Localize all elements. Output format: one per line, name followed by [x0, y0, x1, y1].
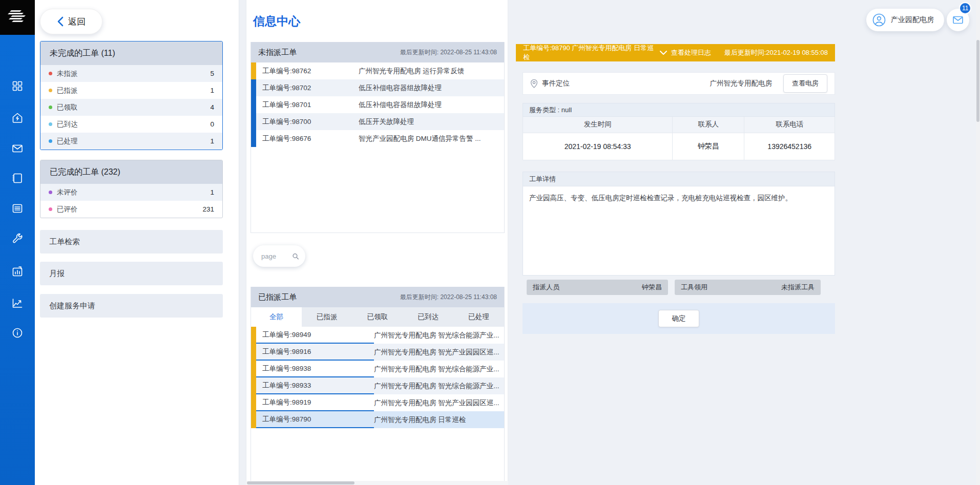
- work-order-sidebar: 返回 未完成的工单 (11) 未指派 5 已指派 1 已领取 4 已到达: [35, 0, 239, 485]
- stat-count: 1: [210, 137, 214, 145]
- user-account-chip[interactable]: 产业园配电房: [866, 9, 944, 31]
- order-description: 广州智光专用配电房 运行异常反馈: [359, 62, 504, 79]
- vertical-scrollbar-thumb[interactable]: [976, 40, 979, 122]
- dashboard-icon[interactable]: [11, 80, 24, 92]
- stat-count: 1: [210, 188, 214, 196]
- unread-count-badge: 11: [959, 2, 971, 14]
- order-detail-header[interactable]: 工单编号:98790 广州智光专用配电房 日常巡检 查看处理日志 最后更新时间:…: [516, 44, 835, 61]
- search-icon[interactable]: [292, 252, 299, 261]
- col-contact-person: 联系人: [673, 117, 744, 133]
- confirm-button[interactable]: 确定: [658, 310, 699, 327]
- order-description: 广州智光专用配电房 智光综合能源产业...: [374, 327, 504, 344]
- chevron-down-icon: [660, 51, 667, 55]
- assigned-status-tabs: 全部 已指派 已领取 已到达 已处理: [251, 307, 504, 327]
- order-number: 工单编号:98949: [256, 327, 374, 344]
- home-energy-icon[interactable]: [11, 112, 24, 124]
- map-pin-icon: [530, 79, 538, 88]
- sidebar-item-order-search[interactable]: 工单检索: [40, 230, 223, 254]
- stat-count: 0: [210, 120, 214, 128]
- sidebar-item-monthly-report[interactable]: 月报: [40, 262, 223, 285]
- app-logo: [0, 0, 35, 35]
- page-title: 信息中心: [253, 13, 300, 29]
- col-contact-phone: 联系电话: [744, 117, 835, 133]
- tools-bar: 工具领用 未指派工具: [675, 280, 821, 295]
- sidebar-item-create-service-request[interactable]: 创建服务申请: [40, 294, 223, 318]
- order-row[interactable]: 工单编号:98676 智光产业园配电房 DMU通信异常告警 ...: [251, 130, 504, 147]
- assigned-orders-header: 已指派工单 最后更新时间: 2022-08-25 11:43:08: [251, 287, 504, 307]
- contact-phone-value: 13926452136: [744, 133, 835, 160]
- notebook-icon[interactable]: [11, 172, 24, 184]
- tab-claimed[interactable]: 已领取: [352, 307, 403, 327]
- order-status-bar: [251, 411, 256, 428]
- status-dot: [49, 72, 52, 75]
- view-process-log-link[interactable]: 查看处理日志: [660, 48, 711, 57]
- tools-label: 工具领用: [681, 283, 707, 292]
- order-description: 广州智光专用配电房 智光综合能源产业...: [374, 377, 504, 394]
- finished-orders-title: 已完成的工单 (232): [40, 160, 222, 184]
- order-number: 工单编号:98701: [256, 96, 359, 113]
- view-process-log-label: 查看处理日志: [671, 48, 711, 57]
- horizontal-scrollbar-thumb[interactable]: [247, 481, 355, 484]
- order-row-selected[interactable]: 工单编号:98790 广州智光专用配电房 日常巡检: [251, 411, 504, 428]
- list-icon[interactable]: [11, 202, 24, 215]
- horizontal-scrollbar[interactable]: [246, 481, 508, 485]
- status-dot: [49, 207, 52, 211]
- order-row[interactable]: 工单编号:98919 广州智光专用配电房 智光产业园园区巡...: [251, 394, 504, 411]
- assigned-orders-card: 已指派工单 最后更新时间: 2022-08-25 11:43:08 全部 已指派…: [251, 287, 505, 484]
- order-description: 广州智光专用配电房 日常巡检: [374, 411, 504, 428]
- status-dot: [49, 191, 52, 194]
- mail-icon[interactable]: [11, 142, 24, 155]
- contact-table: 发生时间 联系人 联系电话 2021-02-19 08:54:33 钟荣昌 13…: [523, 117, 835, 160]
- stat-row-assigned[interactable]: 已指派 1: [40, 82, 222, 99]
- wrench-icon[interactable]: [11, 232, 24, 244]
- stat-label: 已指派: [57, 86, 78, 95]
- stat-row-unrated[interactable]: 未评价 1: [40, 184, 222, 201]
- page-search-input[interactable]: [261, 252, 288, 260]
- stat-count: 1: [210, 87, 214, 94]
- stat-row-claimed[interactable]: 已领取 4: [40, 99, 222, 116]
- bar-chart-icon[interactable]: [11, 265, 24, 278]
- stat-row-unassigned[interactable]: 未指派 5: [40, 65, 222, 82]
- status-dot: [49, 106, 52, 109]
- order-row[interactable]: 工单编号:98700 低压开关故障处理: [251, 113, 504, 130]
- order-row[interactable]: 工单编号:98916 广州智光专用配电房 智光产业园园区巡...: [251, 344, 504, 361]
- tab-processed[interactable]: 已处理: [453, 307, 504, 327]
- stat-row-rated[interactable]: 已评价 231: [40, 201, 222, 218]
- order-number: 工单编号:98933: [256, 377, 374, 394]
- stat-row-arrived[interactable]: 已到达 0: [40, 116, 222, 133]
- order-row[interactable]: 工单编号:98949 广州智光专用配电房 智光综合能源产业...: [251, 327, 504, 344]
- order-status-bar: [251, 327, 256, 344]
- tab-all[interactable]: 全部: [251, 307, 302, 327]
- finished-orders-card[interactable]: 已完成的工单 (232) 未评价 1 已评价 231: [40, 160, 223, 218]
- view-power-room-button[interactable]: 查看电房: [783, 74, 827, 93]
- stat-row-processed[interactable]: 已处理 1: [40, 133, 222, 150]
- order-row[interactable]: 工单编号:98933 广州智光专用配电房 智光综合能源产业...: [251, 377, 504, 394]
- page-search-box[interactable]: [253, 245, 305, 267]
- order-status-bar: [251, 79, 256, 96]
- unfinished-orders-card[interactable]: 未完成的工单 (11) 未指派 5 已指派 1 已领取 4 已到达 0: [40, 41, 223, 150]
- order-number: 工单编号:98938: [256, 361, 374, 377]
- info-icon[interactable]: [11, 327, 24, 339]
- tab-arrived[interactable]: 已到达: [403, 307, 453, 327]
- order-number: 工单编号:98916: [256, 344, 374, 361]
- assigned-orders-title: 已指派工单: [258, 292, 297, 302]
- order-description: 低压补偿电容器组故障处理: [359, 79, 504, 96]
- order-number: 工单编号:98790: [256, 411, 374, 428]
- assignee-value: 钟荣昌: [642, 283, 662, 292]
- order-row[interactable]: 工单编号:98702 低压补偿电容器组故障处理: [251, 79, 504, 96]
- order-description: 广州智光专用配电房 智光综合能源产业...: [374, 361, 504, 377]
- order-description: 广州智光专用配电房 智光产业园园区巡...: [374, 344, 504, 361]
- tab-assigned[interactable]: 已指派: [302, 307, 352, 327]
- order-row[interactable]: 工单编号:98938 广州智光专用配电房 智光综合能源产业...: [251, 361, 504, 377]
- trend-chart-icon[interactable]: [11, 297, 24, 309]
- col-occur-time: 发生时间: [523, 117, 673, 133]
- order-row[interactable]: 工单编号:98701 低压补偿电容器组故障处理: [251, 96, 504, 113]
- back-button[interactable]: 返回: [40, 9, 102, 34]
- envelope-icon: [952, 14, 964, 26]
- vertical-scrollbar[interactable]: [976, 0, 980, 485]
- order-status-bar: [251, 394, 256, 411]
- event-location-label: 事件定位: [542, 79, 570, 88]
- order-row[interactable]: 工单编号:98762 广州智光专用配电房 运行异常反馈: [251, 62, 504, 79]
- order-status-bar: [251, 62, 256, 79]
- stat-label: 已处理: [57, 137, 78, 146]
